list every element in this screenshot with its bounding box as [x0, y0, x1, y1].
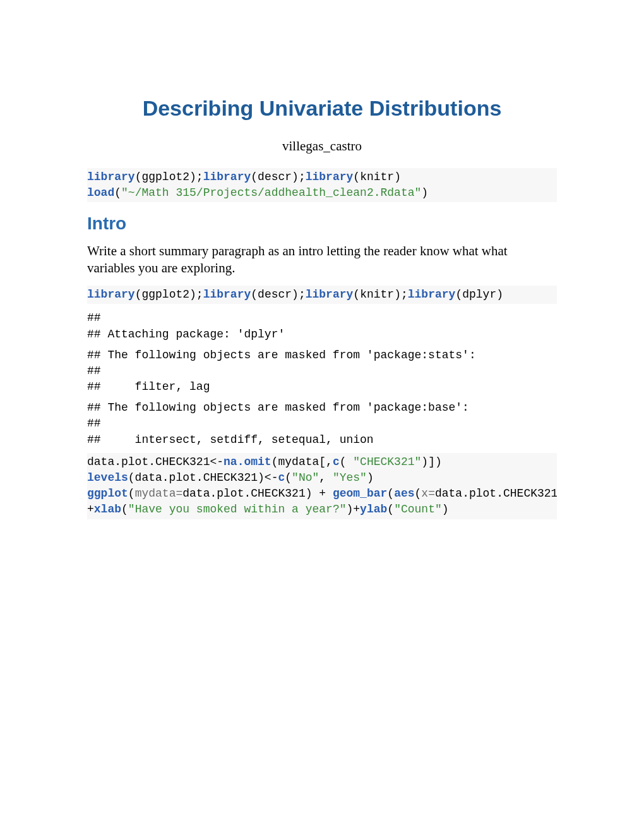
function-naomit: na.omit: [224, 456, 271, 468]
argument-name: x=: [421, 487, 435, 500]
code-text: (mydata[,: [271, 456, 333, 468]
function-ggplot: ggplot: [87, 487, 128, 500]
console-output-3: ## The following objects are masked from…: [87, 400, 557, 448]
page-title: Describing Univariate Distributions: [87, 96, 557, 121]
keyword-library: library: [87, 171, 135, 183]
string-literal: "Have you smoked within a year?": [128, 503, 347, 516]
code-text: (: [128, 487, 135, 500]
code-text: (: [114, 186, 121, 199]
code-text: (: [121, 503, 128, 516]
code-text: ): [367, 471, 374, 484]
keyword-library: library: [87, 288, 135, 301]
code-text: (: [340, 456, 354, 468]
function-c: c: [333, 456, 340, 468]
code-text: (descr);: [251, 288, 305, 301]
function-c: c: [278, 471, 285, 484]
function-xlab: xlab: [94, 503, 121, 516]
function-geombar: geom_bar: [333, 487, 387, 500]
code-text: (: [285, 471, 292, 484]
code-block-2: library(ggplot2);library(descr);library(…: [87, 286, 557, 304]
code-text: (: [387, 487, 394, 500]
code-text: (ggplot2);: [135, 171, 203, 183]
code-block-1: library(ggplot2);library(descr);library(…: [87, 168, 557, 202]
argument-name: mydata=: [135, 487, 183, 500]
code-text: data.plot.CHECK321<-: [87, 456, 224, 468]
intro-paragraph: Write a short summary paragraph as an in…: [87, 243, 557, 277]
author-name: villegas_castro: [87, 138, 557, 154]
code-text: ): [421, 186, 428, 199]
code-text: (data.plot.CHECK321)<-: [128, 471, 278, 484]
keyword-load: load: [87, 186, 114, 199]
keyword-library: library: [203, 288, 251, 301]
code-text: data.plot.CHECK321) +: [182, 487, 333, 500]
code-text: )+: [347, 503, 361, 516]
keyword-library: library: [306, 288, 354, 301]
code-text: (descr);: [251, 171, 305, 183]
function-ylab: ylab: [360, 503, 387, 516]
code-text: (knitr): [353, 171, 401, 183]
keyword-library: library: [203, 171, 251, 183]
code-text: )]): [421, 456, 441, 468]
code-text: data.plot.CHECK321)): [435, 487, 557, 500]
code-block-3: data.plot.CHECK321<-na.omit(mydata[,c( "…: [87, 453, 557, 519]
function-levels: levels: [87, 471, 128, 484]
code-text: (ggplot2);: [135, 288, 203, 301]
string-literal: "~/Math 315/Projects/addhealth_clean2.Rd…: [121, 186, 421, 199]
code-text: ,: [319, 471, 333, 484]
section-heading-intro: Intro: [87, 214, 557, 234]
string-literal: "CHECK321": [353, 456, 421, 468]
code-text: (: [387, 503, 394, 516]
string-literal: "Yes": [333, 471, 367, 484]
function-aes: aes: [394, 487, 414, 500]
code-text: +: [87, 503, 94, 516]
console-output-2: ## The following objects are masked from…: [87, 348, 557, 396]
console-output-1: ## ## Attaching package: 'dplyr': [87, 310, 557, 342]
string-literal: "Count": [394, 503, 442, 516]
code-text: (dplyr): [455, 288, 503, 301]
string-literal: "No": [292, 471, 319, 484]
code-text: (: [415, 487, 422, 500]
code-text: ): [442, 503, 449, 516]
keyword-library: library: [306, 171, 354, 183]
keyword-library: library: [408, 288, 456, 301]
code-text: (knitr);: [353, 288, 407, 301]
